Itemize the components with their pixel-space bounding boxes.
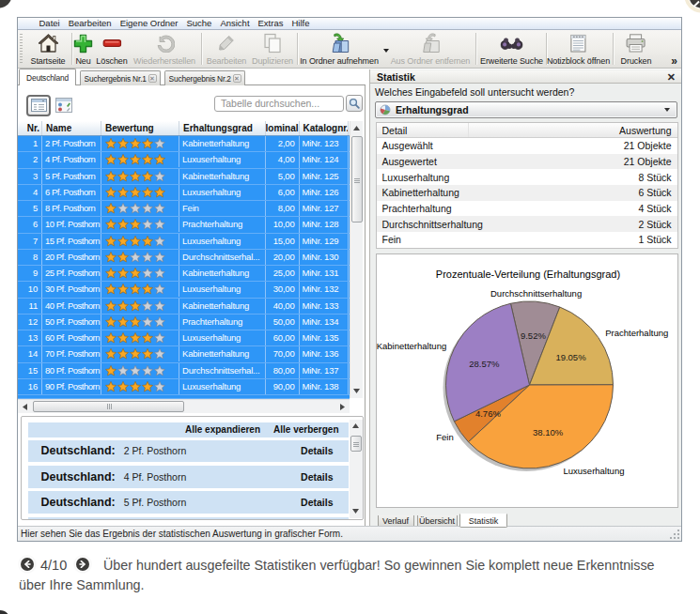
table-row[interactable]: 1690 Pf. PosthornLuxuserhaltung90,00MiNr… (18, 379, 350, 395)
table-row[interactable]: 1250 Pf. PosthornPrachterhaltung50,00MiN… (18, 315, 350, 330)
detail-row[interactable]: Prachterhaltung4 Stück (377, 201, 677, 217)
table-view-button[interactable] (26, 95, 51, 116)
table-row[interactable]: 610 Pf. PosthornPrachterhaltung10,00MiNr… (18, 217, 350, 233)
toolbar-button-label: Duplizieren (252, 56, 293, 66)
toolbar-button-binoculars[interactable]: Erweiterte Suche (480, 32, 543, 67)
pie-pct-label: 4.76% (475, 408, 501, 419)
toolbar-button-folder-add[interactable]: In Ordner aufnehmen (300, 32, 379, 67)
toolbar-button-printer[interactable]: Drucken (621, 32, 652, 67)
toolbar-button-copy[interactable]: Duplizieren (252, 32, 293, 67)
collection-pane: Tabelle durchsuchen... Nr.NameBewertungE… (18, 85, 366, 526)
table-row[interactable]: 1030 Pf. PosthornLuxuserhaltung30,00MiNr… (18, 282, 350, 298)
close-icon[interactable]: ✕ (667, 72, 676, 82)
collapse-all-link[interactable]: Alle verbergen (273, 424, 338, 435)
column-header-4[interactable]: lominal (266, 121, 300, 135)
list-item[interactable]: Deutschland:5 Pf. PosthornDetails (28, 491, 349, 514)
column-header-1[interactable]: Name (42, 121, 101, 135)
table-row[interactable]: 1580 Pf. PosthornDurchschnittserhal...80… (18, 363, 350, 379)
carousel-next-button[interactable] (76, 558, 89, 571)
scroll-down-button[interactable] (350, 505, 362, 518)
toolbar-button-folder-remove[interactable]: Aus Ordner entfernen (391, 32, 471, 67)
carousel-prev-button[interactable] (21, 558, 34, 571)
list-item[interactable]: Deutschland:4 Pf. PosthornDetails (28, 466, 349, 488)
dropdown-caret-icon[interactable] (383, 49, 389, 53)
details-button[interactable]: Details (301, 445, 333, 456)
toolbar-button-undo[interactable]: Wiederherstellen (133, 32, 195, 67)
detail-row[interactable]: Fein1 Stück (377, 232, 677, 248)
expand-all-link[interactable]: Alle expandieren (185, 424, 260, 435)
pie-pct-label: 28.57% (469, 359, 500, 369)
rating-stars (101, 379, 179, 394)
pie-chart-icon (380, 104, 391, 115)
table-view-icon (31, 99, 47, 112)
scroll-up-button[interactable] (350, 420, 362, 433)
table-header[interactable]: Nr.NameBewertungErhaltungsgradlominalKat… (18, 121, 350, 136)
table-row[interactable]: 24 Pf. PosthornLuxuserhaltung4,00MiNr. 1… (18, 152, 350, 168)
table-row[interactable]: 1140 Pf. PosthornKabinetterhaltung40,00M… (18, 299, 350, 315)
detail-view-button[interactable] (54, 98, 72, 114)
menu-item-eigene-ordner[interactable]: Eigene Ordner (116, 18, 182, 29)
toolbar-grip[interactable] (20, 34, 23, 65)
details-button[interactable]: Details (301, 497, 333, 508)
scrollbar-thumb[interactable] (350, 436, 362, 452)
panel-vertical-scrollbar[interactable] (350, 420, 363, 518)
search-input[interactable]: Tabelle durchsuchen... (214, 96, 344, 112)
detail-row[interactable]: Kabinetterhaltung6 Stück (377, 185, 677, 201)
tab-close-icon[interactable]: ✕ (233, 74, 241, 83)
tab-close-icon[interactable]: ✕ (148, 74, 157, 83)
menu-item-hilfe[interactable]: Hilfe (288, 18, 314, 29)
toolbar-button-pencil[interactable]: Bearbeiten (207, 32, 247, 67)
toolbar-button-plus[interactable]: Neu (72, 32, 95, 67)
toolbar-button-label: Notizblock öffnen (547, 56, 610, 66)
column-header-0[interactable]: Nr. (18, 121, 42, 135)
scroll-right-button[interactable] (335, 401, 350, 413)
toolbar-button-label: Neu (75, 56, 90, 66)
column-header-3[interactable]: Erhaltungsgrad (179, 121, 266, 135)
details-button[interactable]: Details (301, 471, 333, 483)
table-row[interactable]: 820 Pf. PosthornDurchschnittserhal...20,… (18, 250, 350, 266)
toolbar-button-minus[interactable]: Löschen (96, 32, 127, 67)
search-button[interactable] (346, 95, 363, 112)
stat-tab-statistik[interactable]: Statistik (459, 514, 507, 528)
menu-item-bearbeiten[interactable]: Bearbeiten (64, 18, 116, 29)
menu-item-ansicht[interactable]: Ansicht (216, 18, 254, 29)
detail-row[interactable]: Durchschnittserhaltung2 Stück (377, 216, 677, 232)
toolbar-overflow-chevron-icon[interactable]: » (671, 54, 677, 68)
table-row[interactable]: 1360 Pf. PosthornLuxuserhaltung60,00MiNr… (18, 330, 350, 346)
scroll-up-button[interactable] (351, 121, 364, 135)
tab-deutschland[interactable]: Deutschland (19, 69, 76, 85)
table-horizontal-scrollbar[interactable] (18, 399, 350, 413)
statusbar: Hier sehen Sie das Ergebnis der statisti… (18, 526, 681, 541)
rating-stars (101, 185, 179, 200)
toolbar-button-home[interactable]: Startseite (30, 32, 65, 67)
menu-item-suche[interactable]: Suche (182, 18, 216, 29)
list-item[interactable]: Deutschland:2 Pf. PosthornDetails (28, 440, 349, 463)
corner-button-fragment-top-left[interactable] (0, 0, 19, 15)
table-row[interactable]: 925 Pf. PosthornKabinetterhaltung25,00Mi… (18, 266, 350, 282)
table-row[interactable]: 46 Pf. PosthornLuxuserhaltung6,00MiNr. 1… (18, 185, 350, 201)
scroll-down-button[interactable] (351, 384, 364, 398)
menu-item-datei[interactable]: Datei (35, 18, 64, 29)
table-row[interactable]: 1470 Pf. PosthornKabinetterhaltung70,00M… (18, 346, 350, 362)
table-row[interactable]: 35 Pf. PosthornKabinetterhaltung5,00MiNr… (18, 169, 350, 185)
detail-row[interactable]: Ausgewertet21 Objekte (377, 154, 677, 170)
tab-suchergebnis-nr-2[interactable]: Suchergebnis Nr.2✕ (164, 70, 245, 85)
field-select[interactable]: Erhaltungsgrad (375, 101, 677, 118)
detail-row[interactable]: Luxuserhaltung8 Stück (377, 169, 677, 185)
corner-button-fragment-top-right[interactable] (681, 0, 700, 13)
scrollbar-thumb[interactable] (33, 401, 184, 412)
rating-stars (101, 315, 179, 330)
resize-grip-icon[interactable] (670, 530, 679, 539)
column-header-5[interactable]: Katalognr. (300, 121, 350, 135)
detail-row[interactable]: Ausgewählt21 Objekte (377, 138, 677, 154)
tab-suchergebnis-nr-1[interactable]: Suchergebnis Nr.1✕ (80, 70, 161, 85)
table-row[interactable]: 12 Pf. PosthornKabinetterhaltung2,00MiNr… (18, 136, 350, 152)
scroll-left-button[interactable] (18, 401, 32, 413)
scrollbar-thumb[interactable] (351, 136, 363, 223)
column-header-2[interactable]: Bewertung (101, 121, 179, 135)
table-vertical-scrollbar[interactable] (350, 121, 364, 398)
table-row[interactable]: 58 Pf. PosthornFein8,00MiNr. 127 (18, 201, 350, 217)
toolbar-button-notepad[interactable]: Notizblock öffnen (547, 32, 610, 67)
table-row[interactable]: 715 Pf. PosthornLuxuserhaltung15,00MiNr.… (18, 234, 350, 250)
menu-item-extras[interactable]: Extras (254, 18, 288, 29)
